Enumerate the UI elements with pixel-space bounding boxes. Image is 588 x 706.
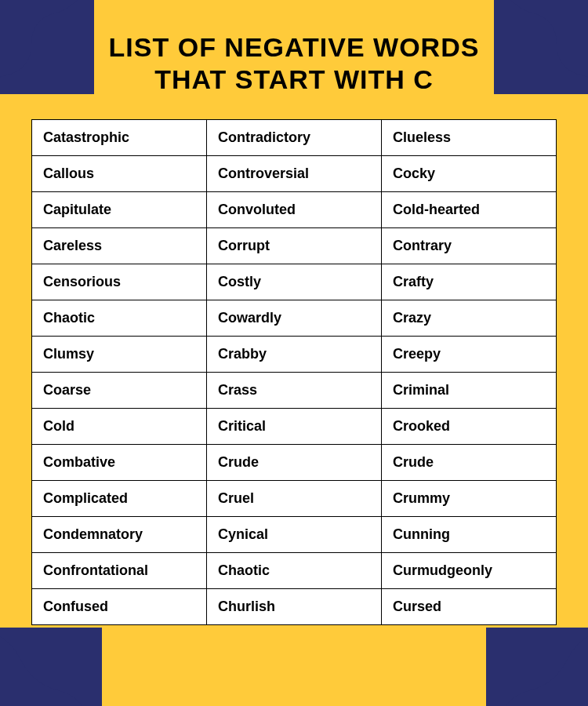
word-cell: Cold (32, 408, 207, 444)
title-line-1: LIST OF NEGATIVE WORDS (109, 32, 480, 62)
word-cell: Clumsy (32, 336, 207, 372)
table-row: CensoriousCostlyCrafty (32, 264, 557, 300)
word-cell: Costly (207, 264, 382, 300)
word-cell: Cynical (207, 516, 382, 552)
table-row: CondemnatoryCynicalCunning (32, 516, 557, 552)
word-cell: Confused (32, 588, 207, 624)
word-cell: Corrupt (207, 227, 382, 264)
word-cell: Controversial (207, 155, 382, 191)
word-cell: Crummy (382, 480, 557, 516)
word-cell: Creepy (382, 336, 557, 372)
table-row: ComplicatedCruelCrummy (32, 480, 557, 516)
table-row: CapitulateConvolutedCold-hearted (32, 191, 557, 227)
word-cell: Careless (32, 227, 207, 264)
word-cell: Capitulate (32, 191, 207, 227)
word-cell: Curmudgeonly (382, 552, 557, 588)
word-cell: Cursed (382, 588, 557, 624)
word-cell: Catastrophic (32, 119, 207, 155)
word-cell: Condemnatory (32, 516, 207, 552)
content-container: LIST OF NEGATIVE WORDS THAT START WITH C… (0, 0, 588, 657)
word-cell: Confrontational (32, 552, 207, 588)
word-cell: Cocky (382, 155, 557, 191)
word-cell: Churlish (207, 588, 382, 624)
word-cell: Chaotic (207, 552, 382, 588)
word-cell: Critical (207, 408, 382, 444)
word-cell: Contradictory (207, 119, 382, 155)
words-table: CatastrophicContradictoryCluelessCallous… (31, 119, 557, 625)
table-row: ConfrontationalChaoticCurmudgeonly (32, 552, 557, 588)
word-cell: Complicated (32, 480, 207, 516)
table-row: ChaoticCowardlyCrazy (32, 300, 557, 336)
word-cell: Callous (32, 155, 207, 191)
word-cell: Cold-hearted (382, 191, 557, 227)
word-cell: Crude (207, 444, 382, 480)
word-cell: Cowardly (207, 300, 382, 336)
word-cell: Censorious (32, 264, 207, 300)
table-row: ConfusedChurlishCursed (32, 588, 557, 624)
word-cell: Chaotic (32, 300, 207, 336)
table-row: ClumsyCrabbyCreepy (32, 336, 557, 372)
word-cell: Convoluted (207, 191, 382, 227)
title-line-2: THAT START WITH C (154, 64, 434, 94)
table-row: ColdCriticalCrooked (32, 408, 557, 444)
table-row: CombativeCrudeCrude (32, 444, 557, 480)
word-cell: Crass (207, 372, 382, 408)
table-row: CoarseCrassCriminal (32, 372, 557, 408)
word-cell: Clueless (382, 119, 557, 155)
word-cell: Criminal (382, 372, 557, 408)
word-cell: Combative (32, 444, 207, 480)
word-cell: Crude (382, 444, 557, 480)
word-cell: Cruel (207, 480, 382, 516)
word-cell: Crafty (382, 264, 557, 300)
word-cell: Coarse (32, 372, 207, 408)
word-cell: Cunning (382, 516, 557, 552)
word-cell: Crooked (382, 408, 557, 444)
word-cell: Contrary (382, 227, 557, 264)
page-title: LIST OF NEGATIVE WORDS THAT START WITH C (31, 31, 557, 96)
table-row: CatastrophicContradictoryClueless (32, 119, 557, 155)
table-row: CarelessCorruptContrary (32, 227, 557, 264)
word-cell: Crazy (382, 300, 557, 336)
word-cell: Crabby (207, 336, 382, 372)
table-row: CallousControversialCocky (32, 155, 557, 191)
